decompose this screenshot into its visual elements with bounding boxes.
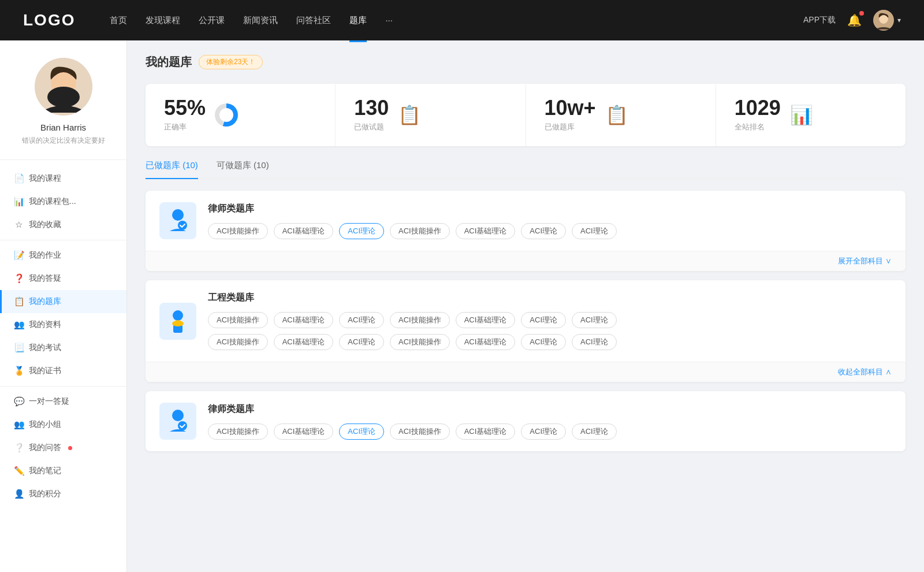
notification-bell[interactable]: 🔔: [847, 13, 862, 27]
materials-icon: 👥: [14, 320, 23, 330]
stat-done-questions-label: 已做试题: [354, 122, 389, 132]
tag-1-0[interactable]: ACI技能操作: [208, 312, 268, 328]
sidebar-item-notes[interactable]: ✏️ 我的笔记: [0, 459, 126, 482]
sidebar-label: 我的笔记: [29, 466, 61, 476]
tab-available-banks[interactable]: 可做题库 (10): [217, 160, 269, 178]
lawyer-svg-2: [164, 407, 192, 435]
tag-1-4[interactable]: ACI基础理论: [456, 312, 516, 328]
points-icon: 👤: [14, 489, 23, 499]
svg-point-4: [47, 87, 80, 107]
qbank-content-0: 律师类题库 ACI技能操作 ACI基础理论 ACI理论 ACI技能操作 ACI基…: [208, 203, 892, 239]
sidebar-label: 我的题库: [29, 296, 61, 307]
sidebar-item-exam[interactable]: 📃 我的考试: [0, 336, 126, 359]
tag-0-4[interactable]: ACI基础理论: [456, 223, 516, 239]
sidebar-item-one-on-one[interactable]: 💬 一对一答疑: [0, 390, 126, 413]
tag-1-r2-5[interactable]: ACI理论: [521, 334, 566, 350]
tag-2-1[interactable]: ACI基础理论: [274, 424, 334, 440]
sidebar-item-qa[interactable]: ❓ 我的答疑: [0, 267, 126, 290]
questions-icon: ❔: [14, 443, 23, 453]
nav-qbank[interactable]: 题库: [349, 13, 367, 28]
tag-2-2[interactable]: ACI理论: [339, 424, 384, 440]
qbank-tags-2: ACI技能操作 ACI基础理论 ACI理论 ACI技能操作 ACI基础理论 AC…: [208, 424, 892, 440]
course-package-icon: 📊: [14, 196, 23, 207]
tag-0-0[interactable]: ACI技能操作: [208, 223, 268, 239]
sidebar-item-questions[interactable]: ❔ 我的问答: [0, 436, 126, 459]
logo[interactable]: LOGO: [23, 11, 75, 29]
nav-open-course[interactable]: 公开课: [199, 13, 225, 28]
sidebar-item-certificate[interactable]: 🏅 我的证书: [0, 359, 126, 382]
stat-accuracy: 55% 正确率: [146, 84, 336, 146]
sidebar-item-favorites[interactable]: ☆ 我的收藏: [0, 213, 126, 236]
sidebar-label: 我的答疑: [29, 273, 61, 284]
page-title: 我的题库: [146, 54, 192, 70]
qbank-card-0: 律师类题库 ACI技能操作 ACI基础理论 ACI理论 ACI技能操作 ACI基…: [146, 191, 906, 271]
profile-avatar: [35, 58, 92, 116]
main-nav: 首页 发现课程 公开课 新闻资讯 问答社区 题库 ···: [110, 13, 803, 28]
tag-1-5[interactable]: ACI理论: [521, 312, 566, 328]
tag-2-6[interactable]: ACI理论: [572, 424, 617, 440]
expand-link-1[interactable]: 收起全部科目 ∧: [146, 362, 906, 382]
sidebar-label: 一对一答疑: [29, 396, 69, 407]
svg-point-11: [178, 421, 187, 430]
sidebar-label: 我的考试: [29, 343, 61, 353]
tag-1-r2-1[interactable]: ACI基础理论: [274, 334, 334, 350]
page-header: 我的题库 体验剩余23天！: [146, 54, 906, 70]
tag-2-3[interactable]: ACI技能操作: [390, 424, 450, 440]
profile-motto: 错误的决定比没有决定要好: [22, 136, 105, 146]
app-download-button[interactable]: APP下载: [803, 15, 836, 25]
qbank-tags-second-row-1: ACI技能操作 ACI基础理论 ACI理论 ACI技能操作 ACI基础理论 AC…: [208, 334, 892, 350]
stats-row: 55% 正确率 130 已做试题 📋 10w+ 已做题库 📋: [146, 84, 906, 146]
tag-2-5[interactable]: ACI理论: [521, 424, 566, 440]
sidebar-item-materials[interactable]: 👥 我的资料: [0, 313, 126, 336]
user-avatar-menu[interactable]: ▾: [873, 10, 901, 31]
nav-more[interactable]: ···: [385, 13, 393, 28]
done-questions-icon: 📋: [398, 104, 421, 126]
sidebar-item-course-package[interactable]: 📊 我的课程包...: [0, 190, 126, 213]
sidebar-item-homework[interactable]: 📝 我的作业: [0, 244, 126, 267]
nav-news[interactable]: 新闻资讯: [243, 13, 278, 28]
certificate-icon: 🏅: [14, 366, 23, 376]
svg-point-6: [178, 221, 187, 230]
tag-1-1[interactable]: ACI基础理论: [274, 312, 334, 328]
stat-ranking-text: 1029 全站排名: [735, 98, 781, 132]
sidebar-item-points[interactable]: 👤 我的积分: [0, 482, 126, 506]
tag-0-2[interactable]: ACI理论: [339, 223, 384, 239]
tag-1-r2-4[interactable]: ACI基础理论: [456, 334, 516, 350]
lawyer-svg-0: [164, 207, 192, 235]
tag-0-1[interactable]: ACI基础理论: [274, 223, 334, 239]
profile-name: Brian Harris: [40, 122, 86, 132]
sidebar-label: 我的收藏: [29, 220, 61, 230]
sidebar-item-course[interactable]: 📄 我的课程: [0, 167, 126, 190]
tag-0-6[interactable]: ACI理论: [572, 223, 617, 239]
tag-1-6[interactable]: ACI理论: [572, 312, 617, 328]
tag-2-0[interactable]: ACI技能操作: [208, 424, 268, 440]
qbank-header-0: 律师类题库 ACI技能操作 ACI基础理论 ACI理论 ACI技能操作 ACI基…: [159, 202, 892, 239]
nav-discover[interactable]: 发现课程: [146, 13, 180, 28]
tag-1-r2-3[interactable]: ACI技能操作: [390, 334, 450, 350]
tab-done-banks[interactable]: 已做题库 (10): [146, 160, 198, 178]
stat-done-questions-number: 130: [354, 98, 389, 118]
tag-1-r2-6[interactable]: ACI理论: [572, 334, 617, 350]
stat-done-banks-number: 10w+: [545, 98, 596, 118]
nav-home[interactable]: 首页: [110, 13, 127, 28]
stat-done-banks-label: 已做题库: [545, 122, 596, 132]
expand-link-0[interactable]: 展开全部科目 ∨: [146, 251, 906, 271]
tag-1-r2-0[interactable]: ACI技能操作: [208, 334, 268, 350]
exam-icon: 📃: [14, 343, 23, 353]
tag-0-3[interactable]: ACI技能操作: [390, 223, 450, 239]
sidebar-item-qbank[interactable]: 📋 我的题库: [0, 290, 126, 313]
favorites-icon: ☆: [14, 220, 23, 230]
tag-2-4[interactable]: ACI基础理论: [456, 424, 516, 440]
svg-point-10: [172, 410, 184, 421]
tag-1-2[interactable]: ACI理论: [339, 312, 384, 328]
notification-badge: [859, 11, 864, 16]
qbank-title-2: 律师类题库: [208, 403, 892, 415]
tag-1-3[interactable]: ACI技能操作: [390, 312, 450, 328]
sidebar-item-group[interactable]: 👥 我的小组: [0, 413, 126, 436]
nav-qa[interactable]: 问答社区: [296, 13, 331, 28]
tag-1-r2-2[interactable]: ACI理论: [339, 334, 384, 350]
sidebar-label: 我的积分: [29, 489, 61, 499]
sidebar-divider-1: [0, 240, 126, 240]
tag-0-5[interactable]: ACI理论: [521, 223, 566, 239]
stat-ranking-label: 全站排名: [735, 122, 781, 132]
